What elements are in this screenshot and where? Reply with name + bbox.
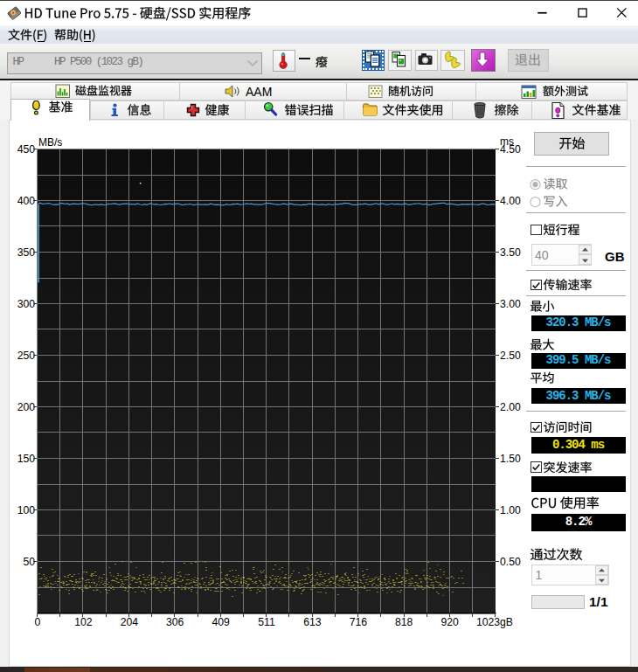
svg-text:716: 716: [350, 616, 368, 628]
svg-text:613: 613: [303, 616, 322, 628]
svg-text:511: 511: [258, 616, 275, 628]
svg-text:100: 100: [17, 504, 36, 516]
svg-text:1023gB: 1023gB: [476, 616, 513, 628]
svg-text:50: 50: [23, 556, 35, 568]
svg-text:ms: ms: [500, 135, 514, 148]
svg-text:306: 306: [166, 616, 184, 628]
svg-text:1.00: 1.00: [500, 504, 521, 516]
svg-text:2.00: 2.00: [500, 401, 521, 413]
svg-text:920: 920: [440, 616, 459, 628]
svg-text:MB/s: MB/s: [38, 136, 62, 149]
svg-text:200: 200: [17, 401, 36, 413]
svg-text:350: 350: [17, 246, 36, 259]
svg-text:409: 409: [212, 616, 230, 628]
svg-text:1.50: 1.50: [500, 453, 521, 465]
svg-text:250: 250: [17, 350, 36, 362]
svg-text:3.00: 3.00: [500, 298, 521, 310]
svg-text:400: 400: [17, 195, 36, 207]
svg-text:0: 0: [35, 616, 41, 628]
svg-text:818: 818: [395, 616, 413, 628]
svg-text:450: 450: [17, 143, 36, 156]
svg-text:102: 102: [74, 616, 93, 628]
svg-text:3.50: 3.50: [500, 246, 521, 259]
svg-text:300: 300: [17, 298, 36, 310]
svg-text:150: 150: [17, 453, 36, 465]
svg-text:2.50: 2.50: [500, 350, 521, 362]
svg-text:204: 204: [121, 616, 139, 628]
svg-text:4.00: 4.00: [500, 195, 521, 207]
svg-text:0.50: 0.50: [500, 556, 521, 568]
